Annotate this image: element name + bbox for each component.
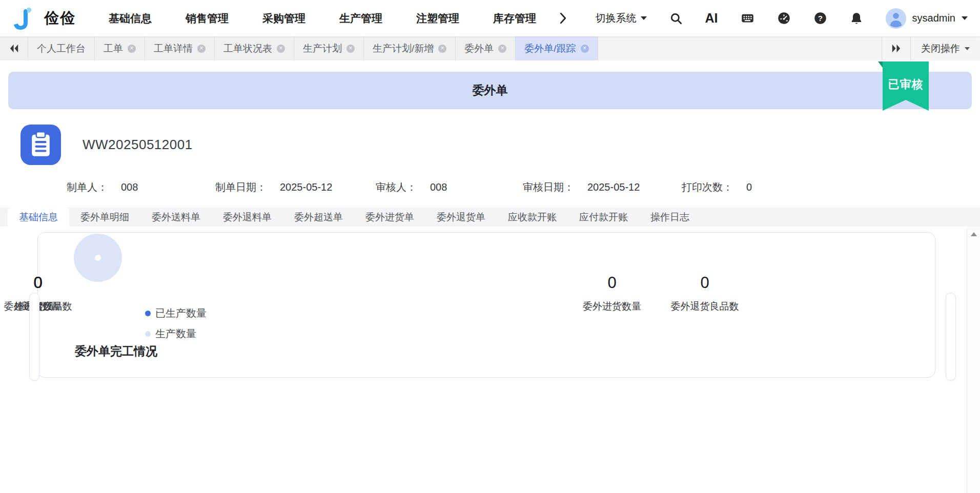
window-tab-workorder-status[interactable]: 工单状况表 × bbox=[215, 36, 294, 60]
window-tab-workorder-detail[interactable]: 工单详情 × bbox=[145, 36, 215, 60]
notifications-bell-icon[interactable] bbox=[850, 12, 863, 25]
menu-item-sales[interactable]: 销售管理 bbox=[186, 11, 229, 26]
meta-creator: 制单人： 008 bbox=[67, 180, 215, 194]
window-tab-production-plan[interactable]: 生产计划 × bbox=[294, 36, 364, 60]
chart-legend: 已生产数量 生产数量 bbox=[145, 306, 207, 341]
meta-value: 2025-05-12 bbox=[280, 181, 332, 193]
chart-title: 委外单完工情况 bbox=[75, 343, 157, 359]
window-tab-outsourcing-order[interactable]: 委外单 × bbox=[456, 36, 516, 60]
tab-close-icon[interactable]: × bbox=[498, 45, 506, 53]
document-banner: 委外单 bbox=[8, 72, 972, 109]
avatar bbox=[886, 8, 906, 29]
stat-return-good-qty: 0 委外退货良品数 bbox=[671, 274, 739, 313]
keyboard-icon[interactable] bbox=[741, 11, 754, 25]
user-menu[interactable]: sysadmin bbox=[886, 8, 968, 29]
carousel-next-card[interactable] bbox=[946, 293, 956, 381]
detail-tab-material-return[interactable]: 委外退料单 bbox=[212, 208, 283, 227]
tab-bar-controls: 关闭操作 bbox=[882, 36, 980, 60]
window-tab-label: 委外单/跟踪 bbox=[524, 42, 576, 55]
meta-value: 2025-05-12 bbox=[587, 181, 640, 193]
tab-close-icon[interactable]: × bbox=[581, 45, 589, 53]
caret-down-icon bbox=[641, 16, 647, 20]
help-icon[interactable]: ? bbox=[813, 11, 827, 25]
brand: 俭俭 bbox=[10, 6, 76, 31]
document-header: WW20250512001 bbox=[21, 125, 980, 165]
legend-dot-icon bbox=[145, 331, 151, 337]
search-icon[interactable] bbox=[669, 12, 683, 25]
ai-assistant-button[interactable]: AI bbox=[705, 11, 718, 26]
detail-tab-receivable-open[interactable]: 应收款开账 bbox=[497, 208, 568, 227]
legend-label: 生产数量 bbox=[155, 327, 196, 341]
caret-down-icon bbox=[962, 16, 968, 20]
topbar: 俭俭 基础信息 销售管理 采购管理 生产管理 注塑管理 库存管理 切换系统 AI bbox=[0, 0, 980, 36]
menu-item-purchase[interactable]: 采购管理 bbox=[262, 11, 305, 26]
detail-tab-operation-log[interactable]: 操作日志 bbox=[639, 208, 701, 227]
window-tab-workorder[interactable]: 工单 × bbox=[95, 36, 145, 60]
meta-value: 0 bbox=[746, 181, 752, 193]
window-tab-label: 工单详情 bbox=[154, 42, 193, 55]
detail-tab-order-detail[interactable]: 委外单明细 bbox=[69, 208, 140, 227]
document-meta: 制单人： 008 制单日期： 2025-05-12 审核人： 008 审核日期：… bbox=[67, 180, 980, 194]
carousel-prev-card[interactable] bbox=[29, 293, 39, 381]
scroll-up-arrow-icon[interactable] bbox=[971, 232, 977, 236]
tab-bar-spacer bbox=[598, 36, 882, 60]
tab-close-icon[interactable]: × bbox=[277, 45, 285, 53]
window-tab-workbench[interactable]: 个人工作台 bbox=[28, 36, 95, 60]
detail-tab-goods-in[interactable]: 委外进货单 bbox=[354, 208, 425, 227]
meta-label: 审核日期： bbox=[523, 180, 574, 194]
menu-item-production[interactable]: 生产管理 bbox=[339, 11, 382, 26]
legend-dot-icon bbox=[145, 311, 151, 316]
stat-value: 0 bbox=[14, 274, 63, 292]
status-badge-label: 已审核 bbox=[883, 61, 929, 111]
close-operations-label: 关闭操作 bbox=[921, 42, 960, 55]
menu-item-basic-info[interactable]: 基础信息 bbox=[109, 11, 152, 26]
window-tab-bar: 个人工作台 工单 × 工单详情 × 工单状况表 × 生产计划 × 生产计划/新增… bbox=[0, 36, 980, 60]
stat-goods-in-qty: 0 委外进货数量 bbox=[583, 274, 641, 313]
detail-tab-basic-info[interactable]: 基础信息 bbox=[8, 208, 69, 227]
tab-close-icon[interactable]: × bbox=[128, 45, 136, 53]
tab-close-icon[interactable]: × bbox=[346, 45, 355, 53]
menu-item-injection[interactable]: 注塑管理 bbox=[416, 11, 459, 26]
detail-tab-material-send[interactable]: 委外送料单 bbox=[140, 208, 212, 227]
meta-label: 打印次数： bbox=[682, 180, 733, 194]
legend-item-planned[interactable]: 生产数量 bbox=[145, 327, 207, 341]
stat-label: 委外进货数量 bbox=[583, 300, 641, 313]
meta-label: 审核人： bbox=[376, 180, 417, 194]
meta-print-count: 打印次数： 0 bbox=[682, 180, 980, 194]
detail-tab-payable-open[interactable]: 应付款开账 bbox=[568, 208, 639, 227]
menu-overflow-chevron-icon[interactable] bbox=[559, 12, 567, 25]
tab-close-icon[interactable]: × bbox=[197, 45, 206, 53]
meta-label: 制单人： bbox=[67, 180, 108, 194]
basic-info-panel: 已生产数量 生产数量 委外单完工情况 0 委外进货数量 0 委外退货良品数 bbox=[0, 227, 980, 493]
meta-auditor: 审核人： 008 bbox=[376, 180, 523, 194]
stat-label: 委外退货良品数 bbox=[671, 300, 739, 313]
window-tab-label: 生产计划 bbox=[303, 42, 342, 55]
tabs-scroll-right-icon[interactable] bbox=[882, 36, 910, 60]
tab-close-icon[interactable]: × bbox=[438, 45, 446, 53]
app-logo-icon[interactable] bbox=[10, 6, 35, 31]
window-tab-outsourcing-track[interactable]: 委外单/跟踪 × bbox=[516, 36, 598, 60]
donut-chart bbox=[74, 234, 122, 282]
window-tab-production-plan-new[interactable]: 生产计划/新增 × bbox=[364, 36, 456, 60]
vertical-scrollbar[interactable] bbox=[967, 227, 980, 493]
stat-value: 0 bbox=[583, 274, 641, 292]
clipboard-document-icon bbox=[21, 125, 61, 165]
detail-tab-strip: 基础信息 委外单明细 委外送料单 委外退料单 委外超送单 委外进货单 委外退货单… bbox=[0, 208, 980, 227]
tabs-scroll-left-icon[interactable] bbox=[0, 36, 28, 60]
menu-item-inventory[interactable]: 库存管理 bbox=[493, 11, 536, 26]
svg-text:?: ? bbox=[818, 14, 822, 23]
ribbon-fold bbox=[878, 61, 883, 68]
close-operations-dropdown[interactable]: 关闭操作 bbox=[910, 36, 980, 60]
status-badge: 已审核 bbox=[883, 61, 929, 111]
legend-item-produced[interactable]: 已生产数量 bbox=[145, 306, 207, 320]
detail-tab-goods-return[interactable]: 委外退货单 bbox=[425, 208, 497, 227]
dashboard-icon[interactable] bbox=[777, 11, 791, 25]
switch-system-label: 切换系统 bbox=[596, 11, 637, 25]
meta-audit-date: 审核日期： 2025-05-12 bbox=[523, 180, 682, 194]
meta-create-date: 制单日期： 2025-05-12 bbox=[215, 180, 376, 194]
completion-chart-card: 已生产数量 生产数量 委外单完工情况 0 委外进货数量 0 委外退货良品数 bbox=[37, 232, 935, 378]
switch-system-dropdown[interactable]: 切换系统 bbox=[596, 11, 647, 25]
detail-tab-over-send[interactable]: 委外超送单 bbox=[283, 208, 354, 227]
document-number: WW20250512001 bbox=[83, 137, 193, 153]
legend-label: 已生产数量 bbox=[155, 306, 207, 320]
